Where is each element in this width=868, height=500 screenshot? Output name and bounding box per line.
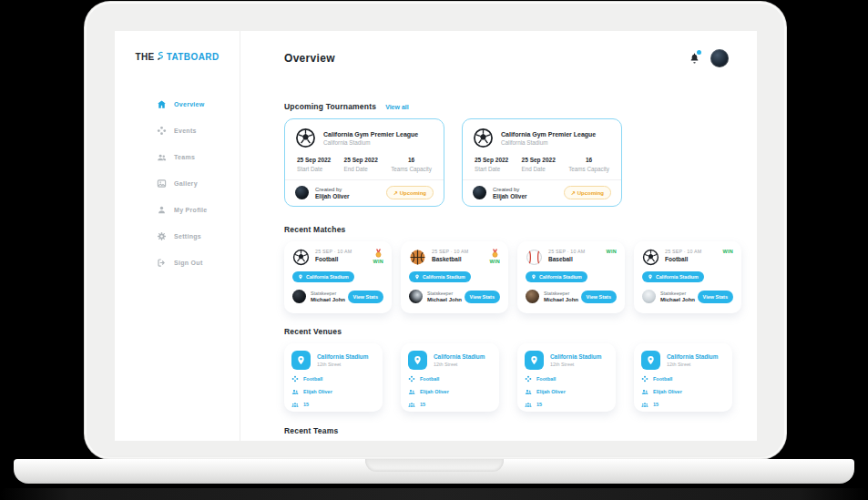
section-title-tournaments: Upcoming Tournaments bbox=[284, 102, 376, 111]
location-pin-icon bbox=[408, 351, 427, 370]
venue-chip: California Stadium bbox=[409, 271, 471, 282]
location-pin-icon bbox=[641, 351, 660, 370]
soccer-icon bbox=[295, 128, 316, 148]
settings-icon bbox=[157, 231, 167, 241]
notifications-bell-icon[interactable] bbox=[689, 52, 700, 65]
view-stats-button[interactable]: View Stats bbox=[698, 291, 733, 303]
tournament-card[interactable]: California Gym Premier League California… bbox=[462, 118, 622, 207]
venue-card[interactable]: California Stadium 12th Street Football … bbox=[284, 343, 383, 412]
venue-chip: California Stadium bbox=[642, 271, 704, 282]
section-title-venues: Recent Venues bbox=[284, 327, 342, 336]
sidebar-item-events[interactable]: Events bbox=[115, 117, 240, 144]
sidebar-nav: Overview Events Teams Gallery My Profile bbox=[115, 91, 240, 276]
members-icon bbox=[291, 388, 299, 395]
user-avatar[interactable] bbox=[710, 49, 729, 67]
section-title-teams: Recent Teams bbox=[284, 426, 338, 435]
home-icon bbox=[157, 99, 167, 109]
location-pin-icon bbox=[291, 351, 311, 370]
laptop-base-notch bbox=[365, 459, 504, 472]
creator-avatar bbox=[473, 186, 486, 199]
sport-dots-icon bbox=[291, 375, 299, 383]
laptop-base bbox=[14, 459, 854, 484]
venue-card[interactable]: California Stadium 12th Street Football … bbox=[634, 343, 732, 412]
creator-avatar bbox=[295, 186, 309, 199]
soccer-icon bbox=[642, 249, 659, 266]
location-pin-icon bbox=[648, 274, 653, 280]
teams-count-icon bbox=[641, 401, 648, 408]
members-icon bbox=[641, 388, 648, 395]
view-stats-button[interactable]: View Stats bbox=[465, 291, 500, 303]
page-title: Overview bbox=[284, 52, 335, 65]
members-icon bbox=[408, 388, 415, 395]
bolt-s-icon bbox=[156, 51, 166, 61]
match-card[interactable]: 25 SEP · 10 AM Baseball WIN California S… bbox=[517, 241, 625, 313]
venue-card[interactable]: California Stadium 12th Street Football … bbox=[517, 343, 616, 412]
match-card[interactable]: 25 SEP · 10 AM Football WIN California S… bbox=[634, 241, 741, 313]
win-label: WIN bbox=[722, 249, 733, 254]
sport-dots-icon bbox=[641, 375, 648, 383]
view-stats-button[interactable]: View Stats bbox=[348, 291, 383, 303]
statskeeper-avatar bbox=[409, 290, 423, 303]
statskeeper-avatar bbox=[526, 290, 539, 303]
view-stats-button[interactable]: View Stats bbox=[581, 291, 617, 303]
sidebar-item-gallery[interactable]: Gallery bbox=[115, 170, 240, 197]
match-card[interactable]: 25 SEP · 10 AM Basketball WIN California… bbox=[401, 241, 508, 313]
teams-count-icon bbox=[291, 401, 299, 408]
sidebar-item-overview[interactable]: Overview bbox=[115, 91, 240, 117]
laptop-shadow bbox=[0, 488, 868, 500]
venue-chip: California Stadium bbox=[526, 271, 587, 282]
profile-icon bbox=[157, 205, 167, 215]
status-badge-upcoming: ↗ Upcoming bbox=[564, 186, 611, 199]
logo-text-the: THE bbox=[135, 52, 154, 62]
location-pin-icon bbox=[525, 351, 544, 370]
signout-icon bbox=[157, 258, 167, 268]
status-badge-upcoming: ↗ Upcoming bbox=[386, 186, 434, 199]
sport-dots-icon bbox=[525, 375, 532, 383]
medal-icon bbox=[491, 249, 499, 258]
win-label: WIN bbox=[606, 249, 617, 254]
teams-icon bbox=[157, 152, 167, 162]
section-title-matches: Recent Matches bbox=[284, 225, 346, 234]
teams-count-icon bbox=[408, 401, 415, 408]
venue-chip: California Stadium bbox=[292, 271, 354, 282]
sidebar-item-sign-out[interactable]: Sign Out bbox=[115, 250, 240, 276]
medal-icon bbox=[374, 249, 383, 258]
gallery-icon bbox=[157, 179, 167, 189]
statskeeper-avatar bbox=[292, 290, 306, 303]
statboard-app-window: THETATBOARD Overview Events Teams Galle bbox=[115, 31, 757, 441]
soccer-icon bbox=[292, 249, 310, 266]
location-pin-icon bbox=[298, 274, 303, 280]
upcoming-arrow-icon: ↗ bbox=[393, 190, 398, 196]
tournament-card[interactable]: California Gym Premier League California… bbox=[284, 118, 444, 207]
logo-text-tatboard: TATBOARD bbox=[167, 52, 220, 62]
sidebar-item-my-profile[interactable]: My Profile bbox=[115, 197, 240, 223]
location-pin-icon bbox=[414, 274, 420, 280]
main-content: Overview Upcoming Tournaments View all bbox=[240, 31, 757, 441]
logo: THETATBOARD bbox=[115, 51, 240, 62]
teams-count-icon bbox=[525, 401, 532, 408]
events-icon bbox=[157, 126, 167, 136]
notification-dot bbox=[697, 50, 701, 55]
location-pin-icon bbox=[531, 274, 536, 280]
members-icon bbox=[525, 388, 532, 395]
sport-dots-icon bbox=[408, 375, 415, 383]
sidebar: THETATBOARD Overview Events Teams Galle bbox=[115, 31, 240, 441]
laptop-screen: THETATBOARD Overview Events Teams Galle bbox=[85, 2, 786, 459]
sidebar-item-teams[interactable]: Teams bbox=[115, 144, 240, 170]
statskeeper-avatar bbox=[642, 290, 656, 303]
match-card[interactable]: 25 SEP · 10 AM Football WIN California S… bbox=[284, 241, 392, 313]
sidebar-item-settings[interactable]: Settings bbox=[115, 223, 240, 250]
venue-card[interactable]: California Stadium 12th Street Football … bbox=[401, 343, 499, 412]
view-all-link[interactable]: View all bbox=[385, 104, 409, 110]
baseball-icon bbox=[526, 249, 543, 266]
win-label: WIN bbox=[489, 259, 500, 264]
win-label: WIN bbox=[373, 259, 383, 264]
upcoming-arrow-icon: ↗ bbox=[571, 190, 576, 196]
soccer-icon bbox=[473, 128, 494, 148]
basketball-icon bbox=[409, 249, 426, 266]
